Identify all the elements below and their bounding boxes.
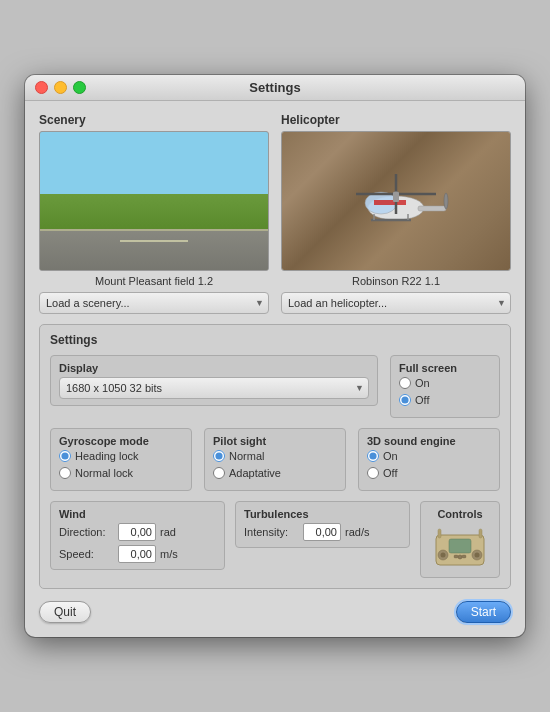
gyroscope-label: Gyroscope mode (59, 435, 183, 447)
wind-direction-input[interactable] (118, 523, 156, 541)
fullscreen-group: Full screen On Off (390, 355, 500, 418)
svg-rect-15 (479, 529, 482, 538)
wind-group: Wind Direction: rad Speed: m/s (50, 501, 225, 570)
turbulences-intensity-row: Intensity: rad/s (244, 523, 401, 541)
scenery-label: Scenery (39, 113, 269, 127)
main-window: Settings Scenery Mount Pleasant field 1.… (25, 75, 525, 637)
gyroscope-heading-radio[interactable] (59, 450, 71, 462)
helicopter-caption: Robinson R22 1.1 (281, 275, 511, 287)
display-row: Display 1680 x 1050 32 bits 1280 x 1024 … (50, 355, 500, 418)
fullscreen-on-label: On (415, 377, 430, 389)
display-label: Display (59, 362, 369, 374)
settings-section-label: Settings (50, 333, 500, 347)
start-button[interactable]: Start (456, 601, 511, 623)
helicopter-select[interactable]: Load an helicopter... Robinson R22 1.1 (281, 292, 511, 314)
svg-rect-13 (449, 539, 471, 553)
sound-off-item: Off (367, 467, 491, 479)
fullscreen-on-radio[interactable] (399, 377, 411, 389)
wind-speed-label: Speed: (59, 548, 114, 560)
fullscreen-label: Full screen (399, 362, 491, 374)
turbulences-label: Turbulences (244, 508, 401, 520)
fullscreen-off-radio[interactable] (399, 394, 411, 406)
svg-rect-4 (374, 200, 406, 205)
titlebar: Settings (25, 75, 525, 101)
wind-speed-row: Speed: m/s (59, 545, 216, 563)
wind-label: Wind (59, 508, 216, 520)
helicopter-label: Helicopter (281, 113, 511, 127)
scenery-panel: Scenery Mount Pleasant field 1.2 Load a … (39, 113, 269, 314)
gyroscope-heading-item: Heading lock (59, 450, 183, 462)
turbulences-intensity-label: Intensity: (244, 526, 299, 538)
controls-label: Controls (437, 508, 482, 520)
close-button[interactable] (35, 81, 48, 94)
helicopter-preview-box (281, 131, 511, 271)
settings-section: Settings Display 1680 x 1050 32 bits 128… (39, 324, 511, 589)
wind-direction-unit: rad (160, 526, 176, 538)
svg-rect-21 (454, 555, 458, 558)
turbulences-intensity-unit: rad/s (345, 526, 369, 538)
footer: Quit Start (39, 601, 511, 623)
maximize-button[interactable] (73, 81, 86, 94)
sound-on-radio[interactable] (367, 450, 379, 462)
svg-point-20 (458, 555, 462, 559)
minimize-button[interactable] (54, 81, 67, 94)
pilot-sight-normal-item: Normal (213, 450, 337, 462)
svg-rect-22 (462, 555, 466, 558)
pilot-sight-group: Pilot sight Normal Adaptative (204, 428, 346, 491)
wind-speed-input[interactable] (118, 545, 156, 563)
gyroscope-normal-item: Normal lock (59, 467, 183, 479)
gyroscope-normal-radio[interactable] (59, 467, 71, 479)
top-row: Scenery Mount Pleasant field 1.2 Load a … (39, 113, 511, 314)
turbulences-intensity-input[interactable] (303, 523, 341, 541)
wind-direction-row: Direction: rad (59, 523, 216, 541)
scenery-caption: Mount Pleasant field 1.2 (39, 275, 269, 287)
scenery-preview-image (40, 132, 268, 270)
helicopter-preview-image (282, 132, 510, 270)
quit-button[interactable]: Quit (39, 601, 91, 623)
helicopter-panel: Helicopter (281, 113, 511, 314)
svg-point-19 (475, 553, 480, 558)
gyroscope-heading-label: Heading lock (75, 450, 139, 462)
controller-icon[interactable] (432, 527, 488, 571)
fullscreen-off-label: Off (415, 394, 429, 406)
bottom-settings-row: Wind Direction: rad Speed: m/s Turbulenc… (50, 501, 500, 578)
sound-off-label: Off (383, 467, 397, 479)
controls-group: Controls (420, 501, 500, 578)
wind-speed-unit: m/s (160, 548, 178, 560)
sound-engine-label: 3D sound engine (367, 435, 491, 447)
display-select-wrapper: 1680 x 1050 32 bits 1280 x 1024 32 bits … (59, 377, 369, 399)
main-content: Scenery Mount Pleasant field 1.2 Load a … (25, 101, 525, 637)
wind-direction-label: Direction: (59, 526, 114, 538)
pilot-sight-normal-radio[interactable] (213, 450, 225, 462)
helicopter-select-wrapper: Load an helicopter... Robinson R22 1.1 ▼ (281, 292, 511, 314)
svg-rect-1 (418, 206, 446, 211)
scenery-select-wrapper: Load a scenery... Mount Pleasant field 1… (39, 292, 269, 314)
gyroscope-group: Gyroscope mode Heading lock Normal lock (50, 428, 192, 491)
display-group: Display 1680 x 1050 32 bits 1280 x 1024 … (50, 355, 378, 406)
pilot-sight-normal-label: Normal (229, 450, 264, 462)
fullscreen-on-item: On (399, 377, 491, 389)
svg-point-2 (444, 193, 448, 209)
pilot-sight-label: Pilot sight (213, 435, 337, 447)
helicopter-svg (336, 156, 456, 246)
middle-radio-row: Gyroscope mode Heading lock Normal lock … (50, 428, 500, 491)
sound-on-item: On (367, 450, 491, 462)
svg-rect-11 (393, 192, 399, 202)
pilot-sight-adaptive-radio[interactable] (213, 467, 225, 479)
window-controls (35, 81, 86, 94)
scenery-preview-box (39, 131, 269, 271)
sound-engine-group: 3D sound engine On Off (358, 428, 500, 491)
sound-on-label: On (383, 450, 398, 462)
pilot-sight-adaptive-item: Adaptative (213, 467, 337, 479)
turbulences-group: Turbulences Intensity: rad/s (235, 501, 410, 548)
pilot-sight-adaptive-label: Adaptative (229, 467, 281, 479)
display-select[interactable]: 1680 x 1050 32 bits 1280 x 1024 32 bits … (59, 377, 369, 399)
svg-point-17 (441, 553, 446, 558)
gyroscope-normal-label: Normal lock (75, 467, 133, 479)
svg-rect-14 (438, 529, 441, 538)
fullscreen-off-item: Off (399, 394, 491, 406)
window-title: Settings (249, 80, 300, 95)
sound-off-radio[interactable] (367, 467, 379, 479)
scenery-select[interactable]: Load a scenery... Mount Pleasant field 1… (39, 292, 269, 314)
